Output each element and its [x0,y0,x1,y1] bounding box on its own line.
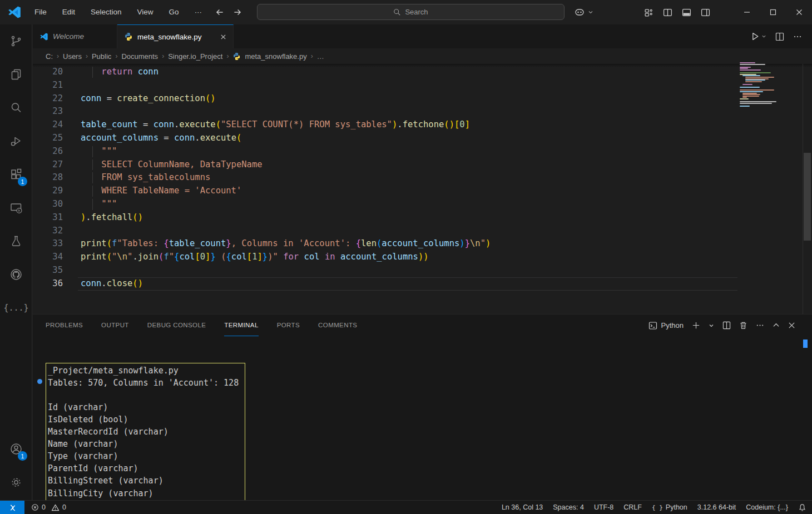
code-line-23[interactable]: 23 [33,105,800,118]
menu-selection[interactable]: Selection [83,4,130,21]
sidebar-item-github[interactable] [0,258,32,291]
minimap-line [745,77,774,78]
sidebar-item-explorer[interactable] [0,58,32,91]
code-line-27[interactable]: 27 SELECT ColumnName, DataTypeName [33,158,800,172]
code-line-33[interactable]: 33print(f"Tables: {table_count}, Columns… [33,237,800,251]
extensions-badge: 1 [18,177,27,186]
breadcrumb-file[interactable]: meta_snowflake.py [245,52,306,61]
breadcrumb-item[interactable]: Documents [121,52,158,61]
explorer-icon [9,68,23,81]
kill-terminal-icon[interactable] [739,321,747,330]
menu-[interactable]: ··· [187,4,210,21]
toggle-secondary-sidebar-icon[interactable] [701,8,710,17]
code-line-29[interactable]: 29 WHERE TableName = 'Account' [33,184,800,198]
title-bar: FileEditSelectionViewGo··· Search [0,0,812,24]
command-decoration-dot[interactable] [37,379,42,384]
forward-arrow-icon[interactable] [232,7,242,17]
split-editor-icon[interactable] [775,32,784,41]
settings-button[interactable] [0,466,32,499]
toggle-panel-icon[interactable] [682,8,691,17]
close-window-button[interactable] [786,0,812,24]
code-line-30[interactable]: 30 """ [33,198,800,211]
status-python-version[interactable]: 3.12.6 64-bit [697,503,736,511]
new-terminal-icon[interactable] [692,321,700,330]
scrollbar-thumb[interactable] [804,153,811,241]
menu-view[interactable]: View [130,4,161,21]
menu-file[interactable]: File [27,4,55,21]
status-cursor-position[interactable]: Ln 36, Col 13 [502,503,543,511]
breadcrumb-item[interactable]: Public [92,52,111,61]
breadcrumb-item[interactable]: Singer.io_Project [168,52,222,61]
sidebar-item-run-debug[interactable] [0,124,32,158]
minimap[interactable] [740,62,788,113]
search-placeholder: Search [405,8,428,16]
panel-tab-terminal[interactable]: TERMINAL [224,315,258,336]
back-arrow-icon[interactable] [215,7,225,17]
code-line-36[interactable]: 36conn.close() [33,277,800,291]
code-line-35[interactable]: 35 [33,264,800,277]
code-line-25[interactable]: 25account_columns = conn.execute( [33,132,800,145]
status-encoding[interactable]: UTF-8 [594,503,613,511]
code-line-26[interactable]: 26 """ [33,145,800,158]
error-count: 0 [42,503,46,511]
problems-status[interactable]: 0 0 [31,501,66,514]
breadcrumb-symbol[interactable]: … [317,52,324,61]
status-codeium[interactable]: Codeium: {...} [746,503,788,511]
tab-welcome[interactable]: Welcome [33,24,117,48]
terminal-picker[interactable]: Python [648,321,684,330]
sidebar-item-source-control[interactable] [0,24,32,58]
panel-more-icon[interactable] [756,321,764,330]
close-tab-icon[interactable] [220,34,226,40]
toggle-sidebar-icon[interactable] [663,8,672,17]
code-line-31[interactable]: 31).fetchall() [33,211,800,224]
menu-edit[interactable]: Edit [55,4,83,21]
launch-profile-chevron-icon[interactable] [709,323,714,328]
panel-tab-problems[interactable]: PROBLEMS [46,315,83,336]
notifications-bell-icon[interactable] [798,503,806,512]
customize-layout-icon[interactable] [644,8,653,17]
breadcrumb-item[interactable]: Users [63,52,82,61]
remote-indicator[interactable] [0,501,24,514]
line-number: 33 [33,237,63,251]
more-actions-icon[interactable] [793,32,802,41]
terminal-output[interactable]: _Project/meta_snowflake.pyTables: 570, C… [33,337,800,498]
sidebar-item-remote-explorer[interactable] [0,191,32,224]
tab-label: meta_snowflake.py [137,33,202,41]
sidebar-item-snippets[interactable]: {...} [0,291,32,325]
minimap-line [740,91,763,92]
code-editor[interactable]: 20 return conn2122conn = create_connecti… [33,64,812,314]
tab-meta-snowflake[interactable]: meta_snowflake.py [117,24,234,48]
sidebar-item-search[interactable] [0,91,32,124]
code-line-24[interactable]: 24table_count = conn.execute("SELECT COU… [33,118,800,132]
status-indentation[interactable]: Spaces: 4 [553,503,584,511]
panel-tab-debug-console[interactable]: DEBUG CONSOLE [147,315,206,336]
line-number: 34 [33,251,63,264]
menu-go[interactable]: Go [161,4,187,21]
code-line-21[interactable]: 21 [33,79,800,92]
minimize-button[interactable] [734,0,760,24]
code-line-32[interactable]: 32 [33,224,800,238]
status-language-mode[interactable]: { }Python [652,503,687,511]
panel-tab-comments[interactable]: COMMENTS [318,315,357,336]
split-terminal-icon[interactable] [722,321,731,330]
status-eol[interactable]: CRLF [623,503,642,511]
code-line-22[interactable]: 22conn = create_connection() [33,92,800,106]
code-line-34[interactable]: 34print("\n".join(f"{col[0]} ({col[1]})"… [33,251,800,264]
sidebar-item-extensions[interactable]: 1 [0,158,32,191]
code-line-20[interactable]: 20 return conn [33,66,800,79]
close-panel-icon[interactable] [788,322,795,329]
run-python-file-button[interactable] [750,32,766,41]
accounts-button[interactable]: 1 [0,432,32,466]
panel-tab-ports[interactable]: PORTS [277,315,300,336]
copilot-menu[interactable] [574,0,593,24]
command-center-search[interactable]: Search [257,4,565,20]
maximize-button[interactable] [760,0,786,24]
panel-tab-output[interactable]: OUTPUT [101,315,129,336]
breadcrumb-separator: › [226,52,229,60]
code-line-28[interactable]: 28 FROM sys_tablecolumns [33,171,800,184]
breadcrumb-item[interactable]: C: [46,52,53,61]
remote-explorer-icon [9,201,23,214]
editor-area: Welcome meta_snowflake.py C:›Users›Publi… [33,24,812,314]
sidebar-item-testing[interactable] [0,224,32,258]
maximize-panel-icon[interactable] [773,322,780,329]
